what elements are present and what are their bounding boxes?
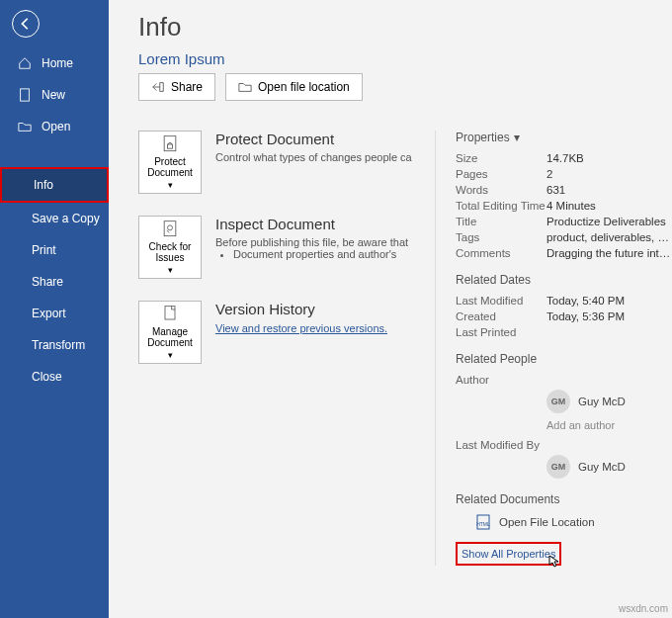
inspect-bullet: Document properties and author's <box>233 248 408 260</box>
nav-export[interactable]: Export <box>0 298 109 329</box>
svg-rect-3 <box>164 221 176 236</box>
date-last-printed <box>546 326 672 338</box>
nav-label: Print <box>32 243 56 257</box>
related-dates-heading: Related Dates <box>456 273 672 287</box>
page-title: Info <box>138 12 672 43</box>
nav-label: Open <box>42 120 70 133</box>
prop-words[interactable]: 631 <box>546 184 672 196</box>
prop-title[interactable]: Productize Deliverables <box>546 216 672 227</box>
properties-dropdown[interactable]: Properties ▾ <box>456 131 520 144</box>
watermark: wsxdn.com <box>619 603 668 614</box>
protect-heading: Protect Document <box>215 131 412 147</box>
open-file-location-button[interactable]: Open file location <box>225 73 363 101</box>
date-created: Today, 5:36 PM <box>546 310 672 322</box>
arrow-left-icon <box>19 17 33 31</box>
check-issues-tile[interactable]: Check for Issues ▾ <box>138 216 202 279</box>
svg-text:HTML: HTML <box>476 521 490 527</box>
share-button[interactable]: Share <box>138 73 215 101</box>
nav-open[interactable]: Open <box>0 111 109 142</box>
manage-document-tile[interactable]: Manage Document ▾ <box>138 301 202 364</box>
related-documents-heading: Related Documents <box>456 492 672 506</box>
nav-label: Home <box>42 56 73 70</box>
nav-save-copy[interactable]: Save a Copy <box>0 203 109 234</box>
nav-label: Share <box>32 275 63 289</box>
show-all-properties-link[interactable]: Show All Properties <box>456 542 561 566</box>
author-entry[interactable]: GM Guy McD <box>546 390 672 413</box>
inspect-icon <box>160 220 180 239</box>
lock-icon <box>160 134 180 154</box>
modifier-name: Guy McD <box>578 461 626 473</box>
svg-rect-0 <box>21 89 30 101</box>
add-author-link[interactable]: Add an author <box>546 419 672 431</box>
nav-print[interactable]: Print <box>0 234 109 266</box>
open-file-location-link[interactable]: HTML Open File Location <box>475 514 672 530</box>
history-heading: Version History <box>215 301 387 317</box>
inspect-desc: Before publishing this file, be aware th… <box>215 236 408 248</box>
nav-label: Export <box>32 307 66 320</box>
nav-share[interactable]: Share <box>0 266 109 298</box>
protect-document-tile[interactable]: Protect Document ▾ <box>138 131 202 194</box>
back-button[interactable] <box>12 10 40 38</box>
info-center: Protect Document ▾ Protect Document Cont… <box>138 131 425 566</box>
avatar: GM <box>546 455 570 479</box>
prop-size[interactable]: 14.7KB <box>546 152 672 164</box>
nav-label: Transform <box>32 338 85 352</box>
folder-icon <box>238 80 252 94</box>
last-modified-by-entry[interactable]: GM Guy McD <box>546 455 672 479</box>
nav-label: Info <box>34 178 53 192</box>
nav-transform[interactable]: Transform <box>0 329 109 361</box>
svg-point-4 <box>168 225 173 230</box>
inspect-heading: Inspect Document <box>215 216 408 232</box>
properties-panel: Properties ▾ Size14.7KB Pages2 Words631 … <box>435 131 672 566</box>
cursor-icon <box>547 554 563 570</box>
sidebar: Home New Open Info Save a Copy Print Sha… <box>0 0 109 618</box>
prop-editing-time[interactable]: 4 Minutes <box>546 200 672 212</box>
avatar: GM <box>546 390 570 413</box>
nav-label: Close <box>32 370 62 384</box>
open-icon <box>18 120 32 133</box>
nav-label: New <box>42 88 65 102</box>
date-last-modified: Today, 5:40 PM <box>546 295 672 307</box>
chevron-down-icon: ▾ <box>168 350 173 360</box>
document-icon <box>160 305 180 324</box>
prop-pages[interactable]: 2 <box>546 168 672 180</box>
author-name: Guy McD <box>578 396 626 407</box>
nav-new[interactable]: New <box>0 79 109 111</box>
related-people-heading: Related People <box>456 352 672 366</box>
chevron-down-icon: ▾ <box>168 265 173 275</box>
nav-home[interactable]: Home <box>0 47 109 79</box>
version-history-link[interactable]: View and restore previous versions. <box>215 322 387 334</box>
prop-tags[interactable]: product, deliverables, opti… <box>546 231 672 243</box>
protect-desc: Control what types of changes people ca <box>215 151 412 163</box>
home-icon <box>18 56 32 70</box>
nav-close[interactable]: Close <box>0 361 109 393</box>
prop-comments[interactable]: Dragging the future into n… <box>546 247 672 259</box>
svg-rect-5 <box>165 307 175 319</box>
svg-rect-2 <box>168 144 173 148</box>
chevron-down-icon: ▾ <box>168 180 173 190</box>
chevron-down-icon: ▾ <box>514 131 520 144</box>
share-icon <box>151 80 165 94</box>
html-file-icon: HTML <box>475 514 491 530</box>
document-name: Lorem Ipsum <box>138 50 672 67</box>
new-icon <box>18 88 32 102</box>
nav-info[interactable]: Info <box>0 167 109 203</box>
nav-label: Save a Copy <box>32 212 100 225</box>
main-area: Info Lorem Ipsum Share Open file locatio… <box>109 0 672 618</box>
